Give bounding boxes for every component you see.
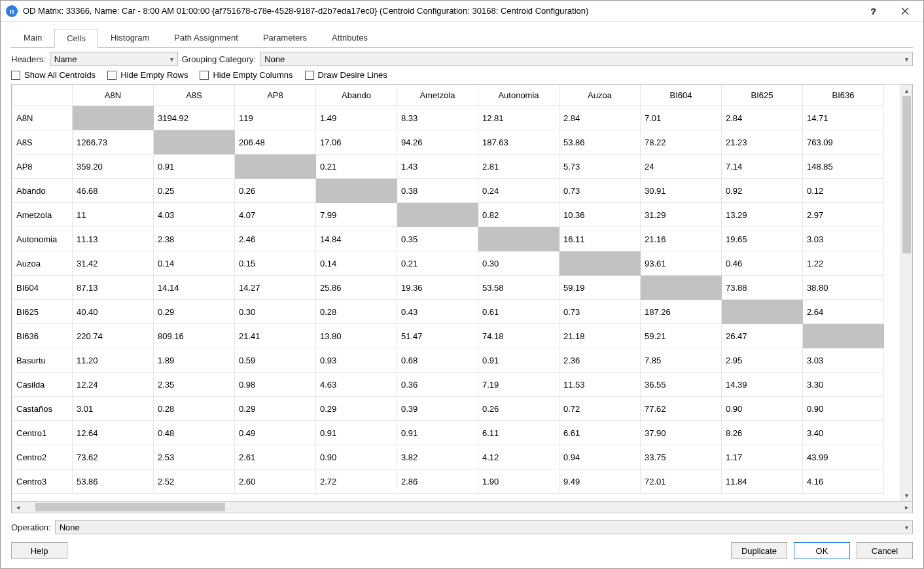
column-header[interactable]: A8S <box>154 85 235 106</box>
matrix-cell[interactable]: 31.42 <box>73 251 154 276</box>
vertical-scrollbar[interactable]: ▴ ▾ <box>900 84 912 501</box>
matrix-cell[interactable]: 0.91 <box>397 421 478 445</box>
matrix-cell[interactable]: 0.68 <box>397 348 478 373</box>
matrix-cell[interactable]: 13.29 <box>722 203 803 227</box>
horizontal-scrollbar[interactable]: ◂ ▸ <box>11 502 913 513</box>
matrix-cell[interactable]: 220.74 <box>73 324 154 348</box>
matrix-cell[interactable]: 8.26 <box>722 421 803 445</box>
matrix-cell[interactable]: 14.84 <box>316 227 397 251</box>
tab-attributes[interactable]: Attributes <box>319 28 380 47</box>
matrix-cell[interactable]: 0.91 <box>478 348 560 373</box>
column-header[interactable]: Abando <box>316 85 397 106</box>
column-header[interactable]: Auzoa <box>560 85 641 106</box>
matrix-cell[interactable]: 12.24 <box>73 373 154 397</box>
matrix-cell[interactable]: 2.46 <box>235 227 316 251</box>
matrix-cell[interactable]: 7.85 <box>641 348 722 373</box>
matrix-cell[interactable]: 6.11 <box>478 421 560 445</box>
row-header[interactable]: Autonomia <box>12 227 73 251</box>
row-header[interactable]: BI625 <box>12 300 73 324</box>
matrix-cell[interactable]: 2.64 <box>803 300 884 324</box>
matrix-cell[interactable]: 21.18 <box>560 324 641 348</box>
matrix-cell[interactable]: 206.48 <box>235 130 316 155</box>
matrix-cell[interactable]: 4.03 <box>154 203 235 227</box>
matrix-cell[interactable]: 0.48 <box>154 421 235 445</box>
matrix-cell[interactable]: 0.98 <box>235 373 316 397</box>
matrix-cell[interactable]: 17.06 <box>316 130 397 155</box>
matrix-cell[interactable]: 7.01 <box>641 106 722 130</box>
matrix-cell[interactable]: 3.01 <box>73 397 154 421</box>
matrix-cell[interactable]: 2.35 <box>154 373 235 397</box>
cancel-button[interactable]: Cancel <box>857 542 913 559</box>
matrix-table[interactable]: A8NA8SAP8AbandoAmetzolaAutonomiaAuzoaBI6… <box>12 84 884 494</box>
matrix-cell[interactable]: 0.35 <box>397 227 478 251</box>
tab-histogram[interactable]: Histogram <box>98 28 162 47</box>
matrix-cell[interactable]: 5.73 <box>560 155 641 179</box>
matrix-cell[interactable]: 24 <box>641 155 722 179</box>
matrix-cell[interactable]: 2.60 <box>235 469 316 494</box>
row-header[interactable]: Centro2 <box>12 445 73 469</box>
matrix-cell[interactable]: 0.90 <box>722 397 803 421</box>
matrix-cell[interactable] <box>73 106 154 130</box>
matrix-cell[interactable]: 0.73 <box>560 300 641 324</box>
matrix-cell[interactable]: 12.81 <box>478 106 560 130</box>
scroll-down-icon[interactable]: ▾ <box>901 489 912 501</box>
matrix-cell[interactable]: 2.52 <box>154 469 235 494</box>
matrix-cell[interactable]: 11.53 <box>560 373 641 397</box>
matrix-cell[interactable]: 0.21 <box>397 251 478 276</box>
matrix-cell[interactable] <box>154 130 235 155</box>
matrix-cell[interactable]: 7.99 <box>316 203 397 227</box>
matrix-cell[interactable] <box>803 324 884 348</box>
matrix-cell[interactable]: 0.73 <box>560 179 641 203</box>
matrix-cell[interactable]: 33.75 <box>641 445 722 469</box>
scroll-up-icon[interactable]: ▴ <box>901 84 912 96</box>
matrix-cell[interactable]: 3.30 <box>803 373 884 397</box>
row-header[interactable]: Casilda <box>12 373 73 397</box>
matrix-cell[interactable]: 74.18 <box>478 324 560 348</box>
matrix-cell[interactable]: 9.49 <box>560 469 641 494</box>
matrix-cell[interactable]: 0.94 <box>560 445 641 469</box>
matrix-cell[interactable]: 14.14 <box>154 276 235 300</box>
matrix-cell[interactable]: 6.61 <box>560 421 641 445</box>
matrix-cell[interactable]: 0.29 <box>235 397 316 421</box>
matrix-cell[interactable]: 72.01 <box>641 469 722 494</box>
matrix-cell[interactable]: 46.68 <box>73 179 154 203</box>
matrix-cell[interactable]: 21.23 <box>722 130 803 155</box>
column-header[interactable]: AP8 <box>235 85 316 106</box>
matrix-cell[interactable]: 0.14 <box>154 251 235 276</box>
matrix-cell[interactable]: 59.19 <box>560 276 641 300</box>
matrix-cell[interactable]: 0.93 <box>316 348 397 373</box>
matrix-cell[interactable]: 0.29 <box>316 397 397 421</box>
matrix-cell[interactable]: 73.62 <box>73 445 154 469</box>
matrix-cell[interactable]: 51.47 <box>397 324 478 348</box>
row-header[interactable]: BI604 <box>12 276 73 300</box>
matrix-cell[interactable] <box>235 155 316 179</box>
tab-path-assignment[interactable]: Path Assignment <box>162 28 251 47</box>
draw-desire-lines-checkbox[interactable]: Draw Desire Lines <box>305 70 387 80</box>
row-header[interactable]: Abando <box>12 179 73 203</box>
matrix-cell[interactable]: 1.17 <box>722 445 803 469</box>
matrix-cell[interactable]: 0.49 <box>235 421 316 445</box>
matrix-cell[interactable] <box>316 179 397 203</box>
matrix-cell[interactable]: 30.91 <box>641 179 722 203</box>
matrix-cell[interactable]: 2.61 <box>235 445 316 469</box>
matrix-cell[interactable]: 0.36 <box>397 373 478 397</box>
column-header[interactable]: Ametzola <box>397 85 478 106</box>
scrollbar-thumb[interactable] <box>35 503 225 511</box>
scroll-left-icon[interactable]: ◂ <box>12 502 24 513</box>
matrix-cell[interactable]: 1.90 <box>478 469 560 494</box>
matrix-cell[interactable]: 40.40 <box>73 300 154 324</box>
matrix-cell[interactable]: 19.36 <box>397 276 478 300</box>
matrix-cell[interactable]: 2.95 <box>722 348 803 373</box>
matrix-cell[interactable]: 21.41 <box>235 324 316 348</box>
tab-main[interactable]: Main <box>11 28 54 47</box>
ok-button[interactable]: OK <box>794 542 850 559</box>
matrix-cell[interactable]: 73.88 <box>722 276 803 300</box>
matrix-cell[interactable]: 1266.73 <box>73 130 154 155</box>
matrix-cell[interactable]: 763.09 <box>803 130 884 155</box>
matrix-cell[interactable]: 0.90 <box>316 445 397 469</box>
matrix-cell[interactable]: 11.13 <box>73 227 154 251</box>
row-header[interactable]: Castaños <box>12 397 73 421</box>
matrix-cell[interactable]: 19.65 <box>722 227 803 251</box>
matrix-cell[interactable]: 0.15 <box>235 251 316 276</box>
matrix-cell[interactable]: 4.16 <box>803 469 884 494</box>
